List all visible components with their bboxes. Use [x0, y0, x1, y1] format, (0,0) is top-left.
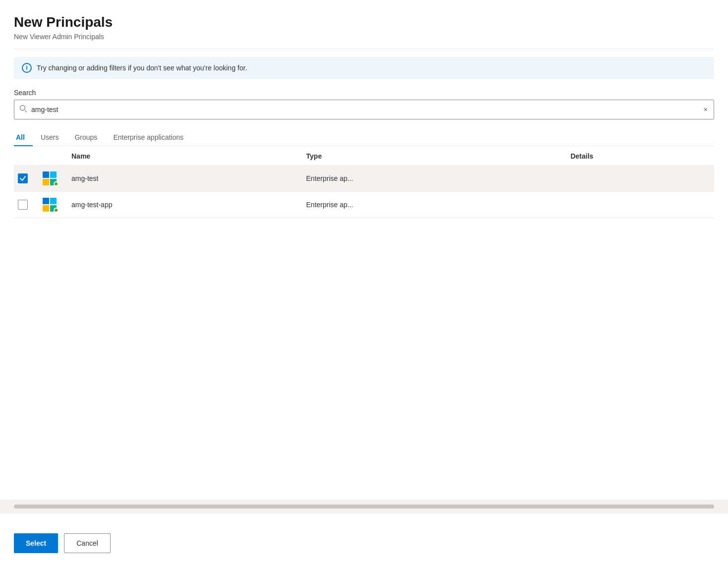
row2-type: Enterprise ap... — [302, 191, 566, 218]
checkbox-checked[interactable] — [18, 173, 28, 183]
enterprise-app-icon-2 — [42, 197, 58, 213]
row2-checkbox-cell[interactable] — [14, 191, 38, 218]
info-banner-text: Try changing or adding filters if you do… — [37, 64, 247, 72]
tabs-row: All Users Groups Enterprise applications — [14, 129, 714, 146]
col-type: Type — [302, 146, 566, 166]
search-input[interactable] — [31, 106, 699, 113]
select-button[interactable]: Select — [14, 533, 58, 553]
info-icon: i — [22, 63, 32, 73]
row2-icon-cell — [38, 191, 67, 218]
footer: Select Cancel — [0, 523, 728, 567]
page-subtitle: New Viewer Admin Principals — [14, 33, 714, 41]
row1-icon-cell — [38, 165, 67, 191]
row1-details — [566, 165, 714, 191]
row1-name: amg-test — [67, 165, 302, 191]
row1-type: Enterprise ap... — [302, 165, 566, 191]
status-dot — [54, 208, 59, 213]
cancel-button[interactable]: Cancel — [64, 533, 111, 553]
table-row[interactable]: amg-test Enterprise ap... — [14, 165, 714, 191]
info-banner: i Try changing or adding filters if you … — [14, 57, 714, 79]
col-checkbox — [14, 146, 38, 166]
checkbox-unchecked[interactable] — [18, 200, 28, 210]
col-icon — [38, 146, 67, 166]
row2-name: amg-test-app — [67, 191, 302, 218]
col-name: Name — [67, 146, 302, 166]
status-dot — [54, 181, 59, 186]
enterprise-app-icon-1 — [42, 170, 58, 186]
page-title: New Principals — [14, 14, 714, 31]
divider — [14, 49, 714, 49]
search-container: × — [14, 100, 714, 119]
tab-all[interactable]: All — [14, 129, 33, 146]
tab-users[interactable]: Users — [33, 129, 67, 146]
search-icon — [19, 105, 27, 114]
results-table-container: Name Type Details — [14, 146, 714, 490]
scrollbar-area — [0, 500, 728, 513]
col-details: Details — [566, 146, 714, 166]
table-row[interactable]: amg-test-app Enterprise ap... — [14, 191, 714, 218]
row2-details — [566, 191, 714, 218]
search-label: Search — [14, 89, 714, 97]
search-clear-button[interactable]: × — [703, 105, 709, 114]
tab-groups[interactable]: Groups — [66, 129, 105, 146]
row1-checkbox-cell[interactable] — [14, 165, 38, 191]
tab-enterprise-applications[interactable]: Enterprise applications — [105, 129, 191, 146]
scrollbar-track[interactable] — [14, 505, 714, 509]
results-table: Name Type Details — [14, 146, 714, 218]
